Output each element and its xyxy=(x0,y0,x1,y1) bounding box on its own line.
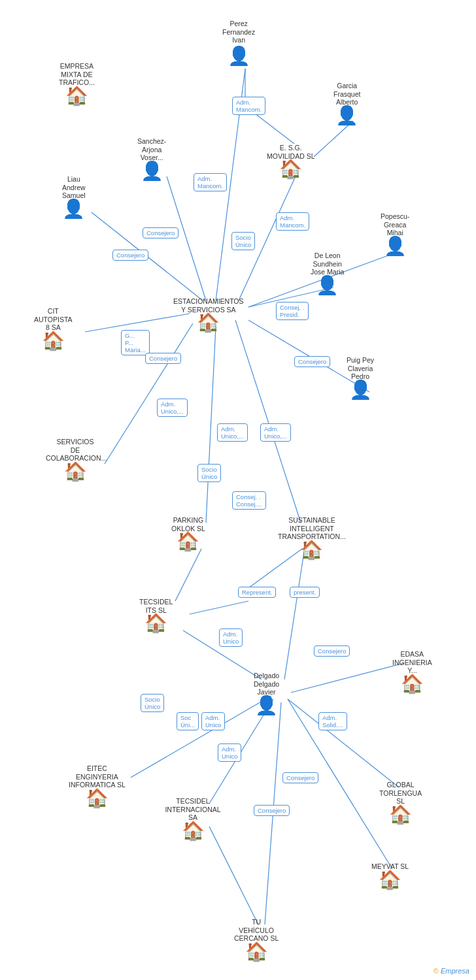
node-delgado: DelgadoDelgadoJavier 👤 xyxy=(254,672,279,715)
node-global-torlengua: GLOBALTORLENGUASL 🏠 xyxy=(379,781,422,824)
company-icon-edasa: 🏠 xyxy=(401,675,424,693)
node-tecsidel-int: TECSIDELINTERNACIONAL SA 🏠 xyxy=(163,797,222,840)
node-liau: LiauAndrewSamuel 👤 xyxy=(62,175,86,218)
node-sanchez: Sanchez-ArjonaVoser... 👤 xyxy=(137,137,166,180)
svg-line-16 xyxy=(190,601,248,614)
badge-adm-unico-2[interactable]: Adm.Unico,... xyxy=(157,399,188,417)
node-tecsidel-its: TECSIDELITS SL 🏠 xyxy=(139,598,173,632)
svg-line-11 xyxy=(206,327,216,523)
company-icon-tecsidel-int: 🏠 xyxy=(182,822,205,840)
watermark: © Empresa xyxy=(434,967,469,975)
badge-adm-mancom-1[interactable]: Adm.Mancom. xyxy=(232,97,265,115)
node-tu-vehiculo: TUVEHÍCULOCERCANO SL 🏠 xyxy=(234,918,279,961)
node-perez: PerezFernandezIvan 👤 xyxy=(222,20,255,65)
company-icon-empresa-mixta: 🏠 xyxy=(65,87,88,105)
badge-soc-uni[interactable]: SocÚni... xyxy=(177,712,199,730)
badge-socio-unico-2[interactable]: SocioÚnico xyxy=(197,464,221,482)
person-icon-perez: 👤 xyxy=(228,47,250,65)
node-esg: E. S.G.MOVILIDAD SL 🏠 xyxy=(267,144,315,178)
svg-line-4 xyxy=(167,176,206,301)
svg-line-14 xyxy=(175,549,201,601)
person-icon-puig: 👤 xyxy=(349,381,372,399)
svg-line-2 xyxy=(314,121,353,157)
svg-line-17 xyxy=(284,552,304,679)
company-icon-cit: 🏠 xyxy=(42,332,65,350)
badge-consejero-4[interactable]: Consejero xyxy=(314,645,350,657)
svg-line-1 xyxy=(252,111,294,144)
node-estacionamientos: ESTACIONAMIENTOSY SERVICIOS SA 🏠 xyxy=(173,297,244,332)
person-icon-garcia: 👤 xyxy=(335,106,358,125)
badge-adm-unico-7[interactable]: Adm.Unico xyxy=(218,743,241,762)
badge-adm-solid[interactable]: Adm.Solid.... xyxy=(318,712,347,730)
connections-svg xyxy=(0,0,476,980)
badge-consejero-3[interactable]: Consejero xyxy=(294,356,330,367)
svg-line-19 xyxy=(291,663,404,693)
person-icon-sanchez: 👤 xyxy=(141,162,163,180)
badge-adm-mancom-3[interactable]: Adm.Mancom. xyxy=(276,212,309,231)
badge-adm-unico-6[interactable]: Adm.Unico xyxy=(201,712,225,730)
company-icon-estacionamientos: 🏠 xyxy=(197,314,220,332)
company-icon-eitec: 🏠 xyxy=(86,789,109,808)
person-icon-de-leon: 👤 xyxy=(316,276,339,295)
badge-adm-unico-3[interactable]: Adm.Unico,... xyxy=(217,423,248,442)
node-servicios: SERVICIOSDECOLABORACION... 🏠 xyxy=(46,438,105,481)
badge-represent-1[interactable]: Represent. xyxy=(238,587,276,598)
node-cit: CITAUTOPISTA8 SA 🏠 xyxy=(34,307,73,350)
node-de-leon: De LeonSundheinJose Maria 👤 xyxy=(311,252,344,295)
badge-adm-unico-cit[interactable]: G...P...Maria... xyxy=(121,330,150,355)
badge-socio-unico-3[interactable]: SocioÚnico xyxy=(141,694,164,712)
node-garcia: GarciaFrasquetAlberto 👤 xyxy=(333,82,360,125)
person-icon-delgado: 👤 xyxy=(255,696,278,715)
badge-consejero-6[interactable]: Consejero xyxy=(254,805,290,816)
svg-line-24 xyxy=(209,826,258,924)
company-icon-tu-vehiculo: 🏠 xyxy=(245,943,268,961)
company-icon-meyvat: 🏠 xyxy=(379,871,401,889)
company-icon-parking: 🏠 xyxy=(177,532,199,551)
badge-consej-consej[interactable]: Consej. .Consej.... xyxy=(232,491,266,510)
node-eitec: EITECENGINYERIAINFORMATICA SL 🏠 xyxy=(69,764,126,808)
node-popescu: Popescu-GreacaMihai 👤 xyxy=(381,212,409,255)
badge-consejero-2[interactable]: Consejero xyxy=(112,250,148,261)
company-icon-sustainable: 🏠 xyxy=(300,541,323,559)
badge-represent-2[interactable]: present. xyxy=(290,587,320,598)
company-icon-servicios: 🏠 xyxy=(64,463,87,481)
graph-container: PerezFernandezIvan 👤 EMPRESAMIXTA DETRAF… xyxy=(0,0,476,980)
node-meyvat: MEYVAT SL 🏠 xyxy=(371,862,409,889)
company-icon-tecsidel-its: 🏠 xyxy=(144,614,167,632)
badge-adm-unico-5[interactable]: Adm.Unico xyxy=(219,629,243,647)
node-sustainable: SUSTAINABLEINTELLIGENTTRANSPORTATION... … xyxy=(278,516,346,559)
badge-consejero-5[interactable]: Consejero xyxy=(282,772,318,783)
node-puig: Puig PeyClaveriaPedro 👤 xyxy=(347,356,374,399)
badge-adm-unico-4[interactable]: Adm.Unico,... xyxy=(260,423,291,442)
badge-consejero-1[interactable]: Consejero xyxy=(143,227,178,238)
badge-adm-mancom-2[interactable]: Adm.Mancom. xyxy=(194,173,227,191)
badge-consej-presid[interactable]: Consej. .Presid. xyxy=(276,302,309,320)
company-icon-esg: 🏠 xyxy=(279,160,302,178)
person-icon-liau: 👤 xyxy=(62,200,85,218)
node-empresa-mixta: EMPRESAMIXTA DETRAFICO... 🏠 xyxy=(59,62,95,105)
node-parking: PARKINGOKLOK SL 🏠 xyxy=(171,516,205,551)
node-edasa: EDASAINGENIERIAY... 🏠 xyxy=(392,650,432,693)
badge-consejero-cit[interactable]: Consejero xyxy=(145,353,181,364)
person-icon-popescu: 👤 xyxy=(384,237,407,255)
company-icon-global-torlengua: 🏠 xyxy=(389,806,412,824)
badge-socio-unico-1[interactable]: SocioÚnico xyxy=(231,232,255,250)
